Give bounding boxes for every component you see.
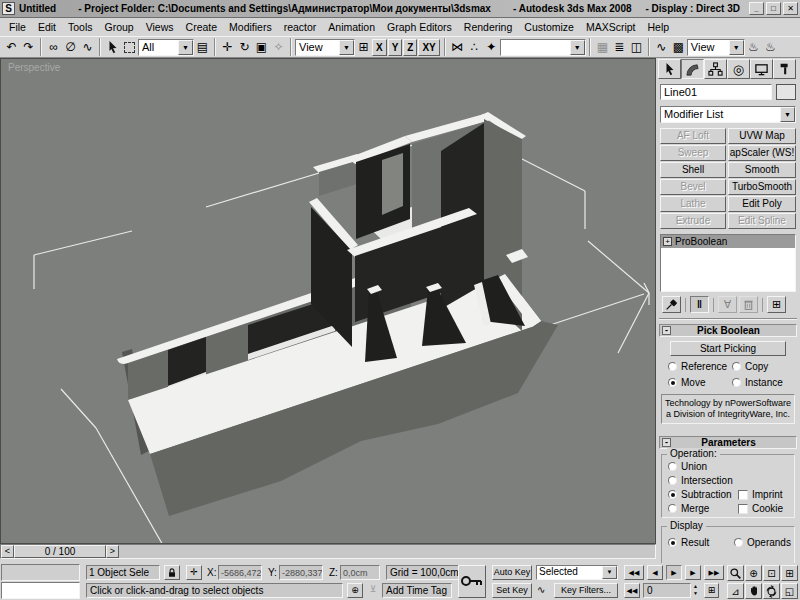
tab-create[interactable] (658, 59, 681, 79)
stack-item-proboolean[interactable]: +ProBoolean (661, 235, 795, 248)
current-frame-field[interactable]: 0 (643, 583, 691, 598)
select-and-rotate-icon[interactable]: ↻ (236, 38, 253, 56)
select-by-name-icon[interactable]: ▤ (194, 38, 211, 56)
select-and-manipulate-icon[interactable]: ✧ (270, 38, 287, 56)
dropdown-arrow-icon[interactable]: ▼ (339, 40, 354, 55)
zoom-button[interactable] (727, 565, 744, 581)
snaps-toggle-icon[interactable]: ∴ (466, 38, 483, 56)
select-and-scale-icon[interactable]: ▣ (253, 38, 270, 56)
radio-reference[interactable]: Reference (668, 361, 732, 372)
modifier-button-uvw-map[interactable]: UVW Map (728, 128, 796, 144)
object-name-field[interactable]: Line01 (660, 84, 772, 100)
tab-motion[interactable]: ◎ (727, 59, 750, 79)
selection-lock-button[interactable] (164, 565, 180, 580)
maxscript-mini-listener-pink[interactable] (1, 564, 80, 581)
quick-render-icon[interactable]: ♨ (762, 38, 779, 56)
y-coordinate-field[interactable]: -2880,3376 (279, 565, 323, 580)
menu-tools[interactable]: Tools (62, 19, 99, 35)
select-and-move-icon[interactable]: ✛ (219, 38, 236, 56)
radio-move[interactable]: Move (668, 377, 732, 388)
render-setup-icon[interactable]: ♨ (745, 38, 762, 56)
tab-display[interactable] (750, 59, 773, 79)
dropdown-arrow-icon[interactable]: ▼ (178, 40, 193, 55)
menu-graph-editors[interactable]: Graph Editors (381, 19, 458, 35)
pick-boolean-rollout-header[interactable]: - Pick Boolean (659, 324, 797, 337)
schematic-view-icon[interactable]: ▩ (670, 38, 687, 56)
rectangular-selection-region-icon[interactable] (121, 38, 138, 56)
previous-frame-button[interactable]: ◀ (647, 565, 663, 580)
frame-spinner[interactable]: ▲▼ (691, 583, 700, 598)
radio-instance[interactable]: Instance (732, 377, 783, 388)
modifier-list-arrow-icon[interactable]: ▼ (780, 107, 795, 122)
radio-subtraction[interactable]: Subtraction (668, 489, 732, 500)
arc-rotate-button[interactable] (763, 583, 780, 599)
start-picking-button[interactable]: Start Picking (670, 341, 786, 356)
restrict-xy-button[interactable]: XY (418, 39, 439, 56)
maximize-viewport-button[interactable]: ◱ (781, 583, 798, 599)
time-configuration-button[interactable]: ⊞ (704, 583, 719, 598)
menu-create[interactable]: Create (180, 19, 224, 35)
render-preset-dropdown[interactable]: View▼ (687, 39, 745, 56)
zoom-extents-all-button[interactable]: ⊞ (781, 565, 798, 581)
set-keys-button[interactable] (458, 565, 486, 598)
restrict-y-button[interactable]: Y (388, 39, 403, 56)
object-color-swatch[interactable] (776, 84, 796, 100)
zoom-extents-button[interactable]: ⊡ (763, 565, 780, 581)
mirror-icon[interactable]: ⋈ (449, 38, 466, 56)
modifier-list-dropdown[interactable]: Modifier List ▼ (660, 106, 796, 123)
perspective-viewport[interactable] (0, 58, 656, 544)
expand-icon[interactable]: + (663, 237, 672, 246)
menu-help[interactable]: Help (642, 19, 676, 35)
time-slider-prev[interactable]: < (1, 545, 14, 558)
modifier-button-smooth[interactable]: Smooth (728, 162, 796, 178)
menu-maxscript[interactable]: MAXScript (580, 19, 642, 35)
radio-union[interactable]: Union (668, 461, 707, 472)
menu-reactor[interactable]: reactor (278, 19, 323, 35)
z-coordinate-field[interactable]: 0,0cm (340, 565, 380, 580)
menu-modifiers[interactable]: Modifiers (223, 19, 278, 35)
dropdown-arrow-icon[interactable]: ▼ (602, 566, 617, 579)
menu-edit[interactable]: Edit (32, 19, 62, 35)
modifier-button-turbosmooth[interactable]: TurboSmooth (728, 179, 796, 195)
add-time-tag[interactable]: Add Time Tag (382, 583, 452, 598)
named-selection-sets-icon[interactable]: ◫ (628, 38, 645, 56)
isolate-selection-icon[interactable]: ⊕ (347, 583, 363, 598)
tab-modify[interactable] (681, 59, 704, 79)
3d-house-model[interactable] (117, 112, 558, 516)
redo-icon[interactable]: ↷ (20, 38, 37, 56)
modifier-button-apscaler-ws-[interactable]: apScaler (WS! (728, 145, 796, 161)
radio-operands[interactable]: Operands (734, 537, 791, 548)
radio-copy[interactable]: Copy (732, 361, 768, 372)
checkbox-cookie[interactable]: Cookie (738, 503, 783, 514)
menu-rendering[interactable]: Rendering (458, 19, 518, 35)
zoom-all-button[interactable]: ⊕ (745, 565, 762, 581)
radio-result[interactable]: Result (668, 537, 709, 548)
pan-view-button[interactable] (745, 583, 762, 599)
radio-merge[interactable]: Merge (668, 503, 709, 514)
menu-file[interactable]: File (3, 19, 32, 35)
configure-modifier-sets-icon[interactable]: ⊞ (767, 296, 786, 313)
select-and-link-icon[interactable]: ∞ (45, 38, 62, 56)
pin-stack-icon[interactable] (662, 296, 681, 313)
selection-set-dropdown[interactable]: Selected ▼ (536, 565, 618, 580)
modifier-stack[interactable]: +ProBoolean (660, 234, 796, 292)
unlink-selection-icon[interactable]: ∅ (62, 38, 79, 56)
collapse-icon[interactable]: - (662, 326, 671, 335)
menu-animation[interactable]: Animation (322, 19, 381, 35)
modifier-button-edit-poly[interactable]: Edit Poly (728, 196, 796, 212)
menu-customize[interactable]: Customize (518, 19, 580, 35)
modifier-button-shell[interactable]: Shell (660, 162, 726, 178)
go-to-end-button[interactable]: ▶▶ (704, 565, 724, 580)
restrict-x-button[interactable]: X (372, 39, 387, 56)
restrict-z-button[interactable]: Z (403, 39, 417, 56)
restore-button[interactable]: □ (766, 2, 781, 15)
close-button[interactable]: ✕ (783, 2, 798, 15)
tab-hierarchy[interactable] (704, 59, 727, 79)
time-slider-handle[interactable]: 0 / 100 (14, 545, 106, 558)
key-filters-button[interactable]: Key Filters... (554, 583, 618, 598)
auto-key-button[interactable]: Auto Key (492, 565, 532, 580)
angle-snap-icon[interactable]: ✦ (483, 38, 500, 56)
layer-manager-icon[interactable]: ≣ (611, 38, 628, 56)
key-mode-toggle-button[interactable]: ◀◀ (624, 583, 640, 598)
play-button[interactable]: ▶ (666, 565, 682, 580)
